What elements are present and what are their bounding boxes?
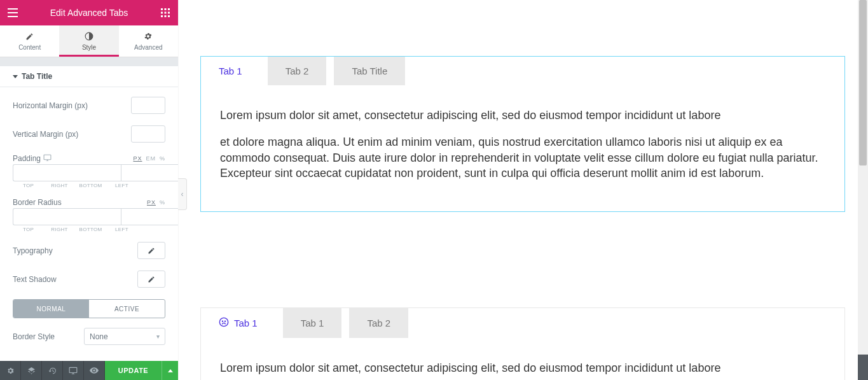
svg-rect-11 xyxy=(69,367,77,372)
tab-label: Tab 1 xyxy=(219,66,242,76)
section-tab-title[interactable]: Tab Title xyxy=(0,66,178,87)
layers-icon xyxy=(27,367,36,375)
tab-label: Tab 1 xyxy=(301,318,324,328)
menu-icon[interactable] xyxy=(6,6,19,19)
dim-right: RIGHT xyxy=(44,227,75,232)
pencil-icon xyxy=(148,247,155,255)
nav-tab-label: Style xyxy=(82,44,96,51)
label-v-margin: Vertical Margin (px) xyxy=(13,130,78,139)
content-paragraph: Lorem ipsum dolor sit amet, consectetur … xyxy=(220,108,825,123)
panel-body: Horizontal Margin (px) Vertical Margin (… xyxy=(0,87,178,380)
pencil-icon xyxy=(148,276,155,283)
select-border-style[interactable]: None ▾ xyxy=(84,328,165,345)
navigator-button[interactable] xyxy=(21,361,42,380)
dim-top: TOP xyxy=(13,183,44,188)
chevron-left-icon: ‹ xyxy=(181,190,184,199)
contrast-icon xyxy=(85,32,93,43)
sad-face-icon xyxy=(219,317,229,329)
gear-icon xyxy=(6,367,15,375)
padding-inputs xyxy=(13,164,165,181)
unit-em[interactable]: EM xyxy=(146,155,156,162)
tab-label: Tab 1 xyxy=(234,318,258,328)
panel-collapse-button[interactable]: ‹ xyxy=(178,178,187,210)
update-button[interactable]: UPDATE xyxy=(105,361,162,380)
select-value: None xyxy=(90,332,108,341)
svg-rect-0 xyxy=(161,8,163,10)
border-radius-inputs xyxy=(13,208,165,225)
text-shadow-edit-button[interactable] xyxy=(137,271,165,288)
canvas-scrollbar-thumb[interactable] xyxy=(859,0,867,165)
dim-bottom: BOTTOM xyxy=(75,183,106,188)
tabs-bar: Tab 1 Tab 2 Tab Title xyxy=(201,57,844,85)
label-typography: Typography xyxy=(13,246,53,255)
tab[interactable]: Tab 1 xyxy=(201,308,275,338)
history-button[interactable] xyxy=(42,361,63,380)
state-tab-active[interactable]: ACTIVE xyxy=(89,300,165,318)
panel-nav-tabs: Content Style Advanced xyxy=(0,25,178,57)
svg-point-14 xyxy=(224,321,225,321)
svg-rect-2 xyxy=(168,8,170,10)
caret-up-icon xyxy=(168,369,173,372)
svg-point-13 xyxy=(222,321,223,321)
tab[interactable]: Tab 1 xyxy=(283,308,342,338)
advanced-tabs-widget[interactable]: Tab 1 Tab 1 Tab 2 Lorem ipsum dolor sit … xyxy=(200,307,845,380)
svg-rect-4 xyxy=(165,12,167,14)
nav-tab-style[interactable]: Style xyxy=(59,25,118,57)
responsive-button[interactable] xyxy=(63,361,84,380)
tab-content: Lorem ipsum dolor sit amet, consectetur … xyxy=(220,338,825,376)
svg-rect-7 xyxy=(165,15,167,17)
history-icon xyxy=(48,367,57,375)
update-options-button[interactable] xyxy=(162,361,178,380)
svg-point-12 xyxy=(219,318,228,327)
nav-tab-label: Content xyxy=(18,44,41,51)
content-paragraph: et dolore magna aliqua. Ut enim ad minim… xyxy=(220,134,825,181)
panel-header: Edit Advanced Tabs xyxy=(0,0,178,25)
settings-button[interactable] xyxy=(0,361,21,380)
svg-rect-3 xyxy=(161,12,163,14)
tab[interactable]: Tab 2 xyxy=(349,308,408,338)
nav-tab-advanced[interactable]: Advanced xyxy=(119,25,178,57)
svg-rect-8 xyxy=(168,15,170,17)
padding-right[interactable] xyxy=(121,164,178,181)
nav-tab-label: Advanced xyxy=(134,44,162,51)
unit-px[interactable]: PX xyxy=(133,155,142,162)
responsive-icon xyxy=(69,367,78,374)
tab[interactable]: Tab Title xyxy=(334,57,405,85)
preview-button[interactable] xyxy=(84,361,105,380)
tab[interactable]: Tab 2 xyxy=(268,57,327,85)
panel-divider xyxy=(0,57,178,66)
grid-icon[interactable] xyxy=(159,6,172,19)
editor-panel: Edit Advanced Tabs Content Style xyxy=(0,0,178,380)
padding-top[interactable] xyxy=(13,164,121,181)
typography-edit-button[interactable] xyxy=(137,242,165,259)
canvas-scrollbar-track[interactable] xyxy=(858,0,868,380)
unit-px[interactable]: PX xyxy=(147,199,156,206)
tab-label: Tab Title xyxy=(352,66,387,76)
unit-pct[interactable]: % xyxy=(160,199,165,206)
dim-right: RIGHT xyxy=(44,183,75,188)
tab[interactable]: Tab 1 xyxy=(201,57,260,85)
label-border-style: Border Style xyxy=(13,332,55,341)
label-text-shadow: Text Shadow xyxy=(13,275,57,284)
chevron-down-icon: ▾ xyxy=(156,333,160,340)
scrollbar-footer xyxy=(858,355,868,380)
svg-rect-10 xyxy=(44,155,51,160)
advanced-tabs-widget[interactable]: Tab 1 Tab 2 Tab Title Lorem ipsum dolor … xyxy=(200,56,845,212)
panel-title: Edit Advanced Tabs xyxy=(19,8,159,18)
tab-label: Tab 2 xyxy=(286,66,309,76)
input-v-margin[interactable] xyxy=(131,125,165,143)
nav-tab-content[interactable]: Content xyxy=(0,25,59,57)
caret-down-icon xyxy=(13,75,18,78)
state-tab-normal[interactable]: NORMAL xyxy=(13,300,89,318)
dim-top: TOP xyxy=(13,227,44,232)
radius-top[interactable] xyxy=(13,208,121,225)
preview-canvas: Tab 1 Tab 2 Tab Title Lorem ipsum dolor … xyxy=(188,0,858,380)
section-label: Tab Title xyxy=(22,72,52,81)
radius-right[interactable] xyxy=(121,208,178,225)
content-paragraph: Lorem ipsum dolor sit amet, consectetur … xyxy=(220,360,825,376)
responsive-icon[interactable] xyxy=(43,154,52,163)
label-padding: Padding xyxy=(13,154,41,163)
input-h-margin[interactable] xyxy=(131,97,165,114)
unit-pct[interactable]: % xyxy=(160,155,165,162)
svg-rect-6 xyxy=(161,15,163,17)
